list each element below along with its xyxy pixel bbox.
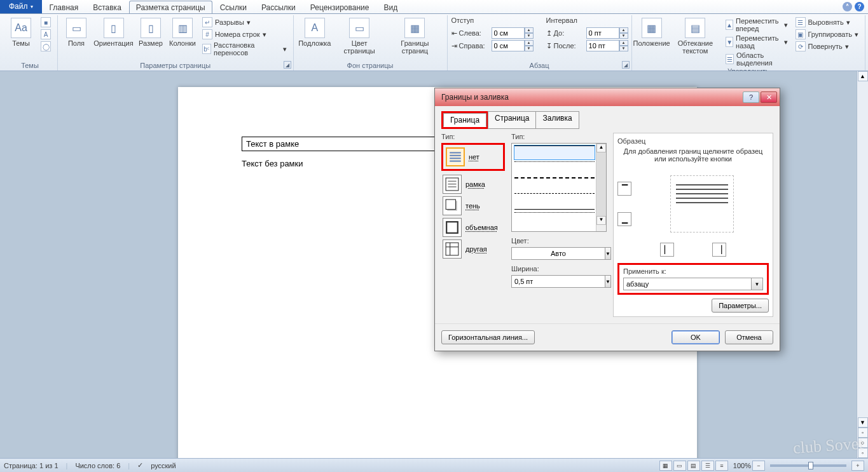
- horizontal-line-button[interactable]: Горизонтальная линия...: [441, 330, 535, 344]
- hyphenation-icon: bᶜ: [202, 44, 211, 54]
- columns-button[interactable]: ▥Колонки: [168, 17, 197, 48]
- preview-sample[interactable]: [670, 175, 734, 233]
- dialog-tab-border[interactable]: Граница: [443, 113, 486, 127]
- tab-insert[interactable]: Вставка: [86, 1, 128, 13]
- ribbon-tabstrip: Файл Главная Вставка Разметка страницы С…: [0, 0, 868, 14]
- themes-button[interactable]: Aa Темы: [6, 17, 36, 48]
- dialog-tab-page[interactable]: Страница: [488, 111, 536, 129]
- status-language[interactable]: русский: [151, 462, 176, 469]
- margins-icon: ▭: [66, 18, 86, 38]
- tab-mailings[interactable]: Рассылки: [254, 1, 303, 13]
- prev-page-button[interactable]: ◦: [858, 428, 868, 438]
- spin-down[interactable]: ▼: [619, 33, 628, 39]
- page-color-button[interactable]: ▭Цвет страницы: [334, 17, 384, 56]
- line-numbers-button[interactable]: #Номера строк ▾: [200, 29, 289, 40]
- border-color-select[interactable]: [511, 247, 605, 260]
- dialog-titlebar[interactable]: Границы и заливка ? ✕: [435, 88, 780, 106]
- style-scroll-up[interactable]: ▲: [596, 144, 606, 152]
- minimize-ribbon-icon[interactable]: ˄: [843, 2, 852, 11]
- setting-shadow[interactable]: тень: [441, 195, 505, 217]
- size-button[interactable]: ▯Размер: [136, 17, 165, 48]
- selection-pane-button[interactable]: ☰Область выделения: [723, 51, 790, 67]
- file-tab[interactable]: Файл: [0, 0, 42, 13]
- border-left-toggle[interactable]: ▏: [660, 243, 674, 257]
- spin-up[interactable]: ▲: [619, 40, 628, 46]
- space-after-input[interactable]: [586, 40, 619, 51]
- page-color-icon: ▭: [349, 18, 369, 38]
- view-outline[interactable]: ☰: [701, 461, 714, 471]
- indent-left-input[interactable]: [492, 27, 525, 39]
- border-style-list[interactable]: ▲▼: [511, 143, 607, 232]
- color-dropdown-button[interactable]: ▼: [605, 247, 611, 260]
- align-button[interactable]: ☰Выровнять ▾: [793, 17, 862, 28]
- ok-button[interactable]: OK: [672, 330, 720, 344]
- apply-to-dropdown-button[interactable]: ▼: [752, 278, 763, 290]
- border-width-select[interactable]: [511, 275, 605, 288]
- orientation-button[interactable]: ▯Ориентация: [93, 17, 134, 48]
- group-button[interactable]: ▣Группировать ▾: [793, 29, 862, 40]
- spin-down[interactable]: ▼: [525, 33, 534, 39]
- scroll-up-button[interactable]: ▲: [858, 71, 868, 81]
- apply-to-select[interactable]: [623, 278, 752, 290]
- setting-custom[interactable]: другая: [441, 238, 505, 260]
- indent-right-input[interactable]: [492, 40, 525, 51]
- theme-effects-button[interactable]: ◯: [38, 41, 53, 52]
- space-before-icon: ↥: [546, 29, 552, 37]
- space-before-input[interactable]: [586, 27, 619, 39]
- tab-page-layout[interactable]: Разметка страницы: [129, 1, 212, 13]
- border-right-toggle[interactable]: ▕: [712, 243, 726, 257]
- zoom-out-button[interactable]: −: [752, 461, 765, 471]
- spin-up[interactable]: ▲: [525, 27, 534, 33]
- dialog-close-button[interactable]: ✕: [761, 91, 777, 103]
- status-bar: Страница: 1 из 1 | Число слов: 6 | ✓ рус…: [0, 458, 868, 472]
- zoom-slider[interactable]: [770, 464, 846, 467]
- vertical-scrollbar[interactable]: ▲ ▼ ◦ ○ ◦: [857, 71, 868, 458]
- zoom-level[interactable]: 100%: [733, 462, 751, 469]
- spin-up[interactable]: ▲: [619, 27, 628, 33]
- proofing-icon[interactable]: ✓: [137, 461, 143, 469]
- spin-down[interactable]: ▼: [619, 46, 628, 51]
- paragraph-launcher[interactable]: ◢: [622, 61, 630, 69]
- tab-view[interactable]: Вид: [376, 1, 404, 13]
- setting-3d[interactable]: объемная: [441, 217, 505, 238]
- watermark-button[interactable]: AПодложка: [298, 17, 333, 48]
- border-bottom-toggle[interactable]: ▁: [617, 212, 631, 226]
- next-page-button[interactable]: ◦: [858, 448, 868, 458]
- scroll-down-button[interactable]: ▼: [858, 417, 868, 428]
- tab-home[interactable]: Главная: [43, 1, 86, 13]
- options-button[interactable]: Параметры...: [712, 299, 769, 313]
- tab-references[interactable]: Ссылки: [213, 1, 254, 13]
- bring-forward-button[interactable]: ▲Переместить вперед ▾: [723, 17, 790, 33]
- help-icon[interactable]: ?: [855, 2, 864, 11]
- page-borders-button[interactable]: ▦Границы страниц: [387, 17, 443, 56]
- hyphenation-button[interactable]: bᶜРасстановка переносов ▾: [200, 41, 289, 57]
- spin-up[interactable]: ▲: [525, 40, 534, 46]
- send-backward-button[interactable]: ▼Переместить назад ▾: [723, 34, 790, 50]
- status-word-count[interactable]: Число слов: 6: [75, 462, 120, 469]
- margins-button[interactable]: ▭Поля: [62, 17, 91, 48]
- dialog-tab-shading[interactable]: Заливка: [535, 111, 579, 129]
- zoom-in-button[interactable]: +: [851, 461, 864, 471]
- setting-none[interactable]: нет: [444, 146, 502, 168]
- browse-object-button[interactable]: ○: [858, 438, 868, 448]
- page-setup-launcher[interactable]: ◢: [284, 61, 291, 69]
- style-scroll-down[interactable]: ▼: [596, 216, 606, 225]
- dialog-help-button[interactable]: ?: [743, 91, 759, 103]
- spin-down[interactable]: ▼: [525, 46, 534, 51]
- breaks-button[interactable]: ↵Разрывы ▾: [200, 17, 289, 28]
- position-button[interactable]: ▦Положение: [636, 17, 668, 48]
- theme-fonts-button[interactable]: A: [38, 29, 53, 40]
- view-draft[interactable]: ≡: [715, 461, 728, 471]
- rotate-button[interactable]: ⟳Повернуть ▾: [793, 41, 862, 52]
- view-full-screen[interactable]: ▭: [673, 461, 686, 471]
- view-print-layout[interactable]: ▦: [659, 461, 672, 471]
- tab-review[interactable]: Рецензирование: [303, 1, 376, 13]
- view-web-layout[interactable]: ▤: [687, 461, 700, 471]
- border-top-toggle[interactable]: ▔: [617, 182, 631, 196]
- wrap-text-button[interactable]: ▤Обтекание текстом: [670, 17, 720, 56]
- width-dropdown-button[interactable]: ▼: [605, 275, 611, 288]
- status-page[interactable]: Страница: 1 из 1: [4, 462, 59, 469]
- theme-colors-button[interactable]: ■: [38, 17, 53, 28]
- setting-box[interactable]: рамка: [441, 173, 505, 195]
- cancel-button[interactable]: Отмена: [725, 330, 773, 344]
